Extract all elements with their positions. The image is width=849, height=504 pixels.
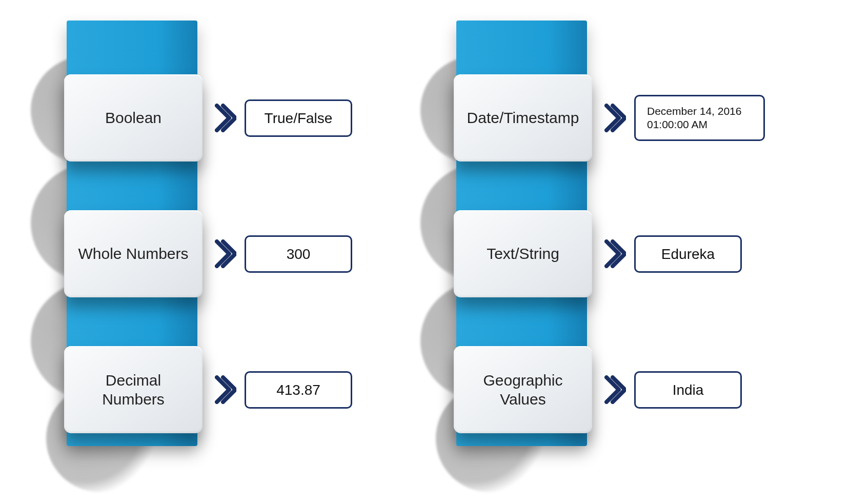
datatype-row: Date/Timestamp December 14, 2016 01:00:0… (426, 74, 795, 162)
example-value-box: Edureka (634, 235, 742, 273)
datatype-row: Boolean True/False (36, 74, 405, 162)
chevron-right-icon (214, 374, 237, 405)
example-value: 413.87 (276, 381, 320, 399)
right-column: Date/Timestamp December 14, 2016 01:00:0… (426, 21, 795, 482)
datatype-card-whole-numbers: Whole Numbers (64, 210, 203, 297)
datatype-card-decimal-numbers: Decimal Numbers (64, 346, 203, 433)
datatype-label: Text/String (487, 244, 559, 264)
datatype-card-text-string: Text/String (454, 210, 592, 297)
chevron-right-icon (603, 374, 627, 405)
datatype-row: Decimal Numbers 413.87 (36, 346, 405, 433)
chevron-right-icon (214, 103, 237, 133)
chevron-right-icon (214, 238, 237, 269)
datatype-label: Boolean (105, 108, 161, 128)
datatype-label: Date/Timestamp (467, 108, 579, 128)
example-value-box: 300 (245, 235, 352, 273)
example-value: 300 (287, 245, 311, 263)
example-value-box: India (634, 371, 742, 409)
example-value-box: True/False (245, 99, 352, 137)
chevron-right-icon (603, 238, 627, 269)
example-value: India (673, 381, 704, 399)
datatype-card-date-timestamp: Date/Timestamp (454, 74, 592, 162)
datatype-label: Geographic Values (467, 371, 579, 409)
chevron-right-icon (603, 103, 627, 133)
datatype-label: Decimal Numbers (77, 371, 189, 409)
datatype-row: Whole Numbers 300 (36, 210, 405, 297)
example-value: Edureka (661, 245, 715, 263)
example-value-box: 413.87 (245, 371, 352, 409)
example-value-box: December 14, 2016 01:00:00 AM (634, 95, 765, 142)
datatype-row: Geographic Values India (426, 346, 795, 433)
left-column: Boolean True/False Whole Numbers 300 Dec… (36, 21, 405, 482)
datatype-card-geographic-values: Geographic Values (454, 346, 592, 433)
datatype-label: Whole Numbers (78, 244, 188, 264)
example-value: December 14, 2016 01:00:00 AM (647, 105, 752, 132)
example-value: True/False (265, 109, 333, 127)
datatype-row: Text/String Edureka (426, 210, 795, 297)
datatype-card-boolean: Boolean (64, 74, 203, 162)
